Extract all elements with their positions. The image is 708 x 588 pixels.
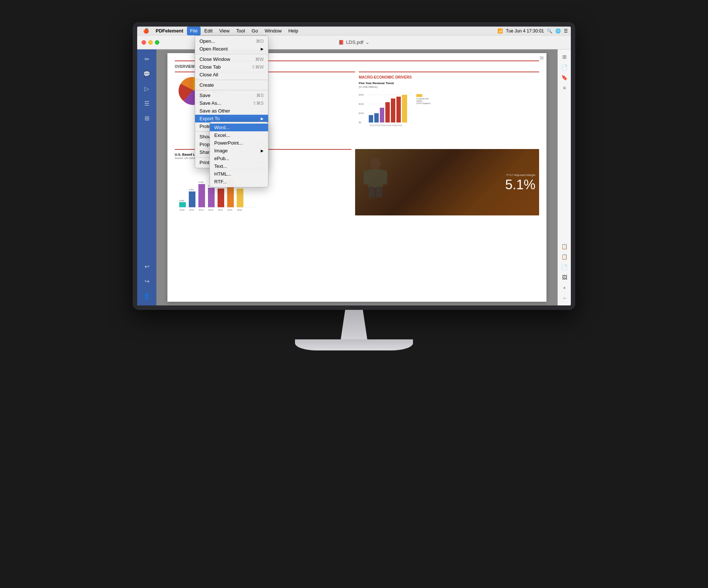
right-page-icon[interactable]: 📄: [560, 63, 569, 72]
submenu-rtf[interactable]: RTF...: [210, 178, 268, 186]
menu-create[interactable]: Create: [195, 81, 268, 89]
edit-menu-item[interactable]: Edit: [201, 27, 215, 35]
svg-rect-10: [374, 113, 379, 122]
svg-text:$0: $0: [359, 121, 361, 124]
sidebar-icon-book[interactable]: ☰: [140, 97, 153, 110]
right-page3-icon[interactable]: 📋: [560, 252, 569, 261]
sidebar-icon-pencil[interactable]: ✏: [140, 52, 153, 66]
svg-text:2010: 2010: [180, 209, 185, 211]
right-add-icon[interactable]: +: [560, 283, 569, 292]
menu-open-label: Open...: [199, 38, 215, 44]
menu-export-to[interactable]: Export To ▶: [195, 115, 268, 122]
submenu-html[interactable]: HTML...: [210, 170, 268, 178]
sidebar: ✏ 💬 ▷ ☰ ⊞ ↩ ↪ 👤: [137, 49, 156, 305]
right-lines-icon[interactable]: ≡: [560, 83, 569, 92]
svg-rect-11: [380, 108, 384, 122]
svg-rect-46: [364, 170, 369, 184]
separator-2: [195, 80, 268, 80]
menu-open-shortcut: ⌘O: [256, 39, 264, 44]
submenu-powerpoint[interactable]: PowerPoint...: [210, 139, 268, 147]
chart1-area: $300 $200 $100 $0: [359, 91, 539, 128]
section-header-text: OVERVIEWS: [175, 65, 197, 69]
right-page2-icon[interactable]: 📋: [560, 242, 569, 251]
go-menu-item[interactable]: Go: [249, 27, 261, 35]
list-icon[interactable]: ☰: [564, 28, 568, 34]
time-display: Tue Jun 4 17:30:01: [506, 28, 544, 34]
submenu-excel-label: Excel...: [214, 132, 230, 138]
right-panel: ⊞ 📄 🔖 ≡ 📋 📋 📄 🖼 + −: [558, 49, 571, 305]
view-menu-item[interactable]: View: [216, 27, 233, 35]
menu-open-recent[interactable]: Open Recent ▶: [195, 45, 268, 53]
minimize-button[interactable]: [148, 40, 153, 45]
svg-text:2011: 2011: [189, 209, 194, 211]
window-menu-item[interactable]: Window: [262, 27, 285, 35]
right-page4-icon[interactable]: 📄: [560, 263, 569, 271]
menu-save-shortcut: ⌘S: [256, 93, 264, 98]
menu-save-other-label: Save as Other: [199, 108, 230, 114]
submenu-word[interactable]: Word...: [210, 124, 268, 131]
sidebar-icon-comment[interactable]: 💬: [140, 67, 153, 80]
apple-menu[interactable]: 🍎: [140, 27, 152, 35]
svg-text:FY12: FY12: [370, 124, 375, 127]
filename-chevron[interactable]: ⌄: [365, 39, 369, 45]
pdf-file-icon: 📕: [339, 40, 344, 45]
help-menu-item[interactable]: Help: [285, 27, 301, 35]
search-icon[interactable]: 🔍: [547, 28, 552, 34]
monitor-bezel: 🍎 PDFelement File Edit View Tool Go Wind…: [133, 22, 575, 310]
sidebar-icon-send[interactable]: ▷: [140, 82, 153, 95]
menu-close-all[interactable]: Close All: [195, 71, 268, 79]
menu-close-window[interactable]: Close Window ⌘W: [195, 55, 268, 63]
submenu-epub[interactable]: ePub...: [210, 155, 268, 162]
sidebar-icon-undo[interactable]: ↩: [140, 260, 153, 273]
right-bookmark-icon[interactable]: 🔖: [560, 73, 569, 82]
menu-close-tab[interactable]: Close Tab ⇧⌘W: [195, 63, 268, 71]
wifi-icon: 📶: [497, 28, 503, 34]
svg-text:FY15: FY15: [386, 124, 391, 127]
right-minus-icon[interactable]: −: [560, 294, 569, 302]
right-grid-icon[interactable]: ⊞: [560, 52, 569, 61]
menu-save-as-shortcut: ⇧⌘S: [253, 101, 264, 106]
menu-export-to-label: Export To: [199, 116, 220, 121]
submenu-excel[interactable]: Excel...: [210, 131, 268, 139]
svg-text:FY16: FY16: [392, 124, 397, 127]
traffic-lights: [142, 40, 159, 45]
tool-menu-item[interactable]: Tool: [233, 27, 248, 35]
submenu-text[interactable]: Text...: [210, 162, 268, 170]
svg-text:4.4%: 4.4%: [198, 181, 204, 183]
svg-rect-49: [376, 187, 382, 198]
menu-open[interactable]: Open... ⌘O: [195, 37, 268, 45]
globe-icon[interactable]: 🌐: [555, 28, 561, 34]
svg-text:FY14: FY14: [381, 124, 386, 127]
submenu-image[interactable]: Image ▶: [210, 147, 268, 155]
menu-save-as[interactable]: Save As... ⇧⌘S: [195, 99, 268, 107]
svg-rect-29: [179, 202, 186, 207]
menu-export-to-arrow: ▶: [261, 117, 264, 121]
menu-save[interactable]: Save ⌘S: [195, 91, 268, 99]
page-number: 38: [539, 56, 544, 60]
svg-text:2013: 2013: [208, 209, 214, 211]
right-image-icon[interactable]: 🖼: [560, 273, 569, 282]
file-menu-item[interactable]: File: [187, 27, 201, 35]
sidebar-icon-layers[interactable]: ⊞: [140, 111, 153, 125]
menubar: 🍎 PDFelement File Edit View Tool Go Wind…: [137, 27, 571, 35]
submenu-powerpoint-label: PowerPoint...: [214, 140, 243, 146]
sidebar-icon-user[interactable]: 👤: [140, 289, 153, 302]
maximize-button[interactable]: [155, 40, 159, 45]
menubar-left: 🍎 PDFelement File Edit View Tool Go Wind…: [140, 27, 301, 35]
svg-rect-13: [391, 98, 395, 122]
app-name-menu[interactable]: PDFelement: [153, 27, 186, 35]
chart1-subtitle: (in US$ millions): [359, 86, 539, 88]
fy17-text-area: FY17 Adjusted Margin 5.1%: [505, 173, 535, 191]
menu-open-recent-label: Open Recent: [199, 46, 228, 52]
export-submenu[interactable]: Word... Excel... PowerPoint... Image ▶ e…: [209, 122, 268, 187]
menu-close-window-label: Close Window: [199, 56, 230, 62]
svg-rect-31: [198, 184, 205, 207]
monitor-stand-neck: [332, 310, 376, 339]
svg-rect-12: [385, 102, 390, 122]
svg-rect-35: [237, 188, 243, 207]
sidebar-icon-redo[interactable]: ↪: [140, 274, 153, 288]
separator-3: [195, 90, 268, 90]
title-bar-center: 📕 LDS.pdf ⌄: [339, 39, 370, 45]
close-button[interactable]: [142, 40, 146, 45]
menu-save-other[interactable]: Save as Other: [195, 107, 268, 115]
